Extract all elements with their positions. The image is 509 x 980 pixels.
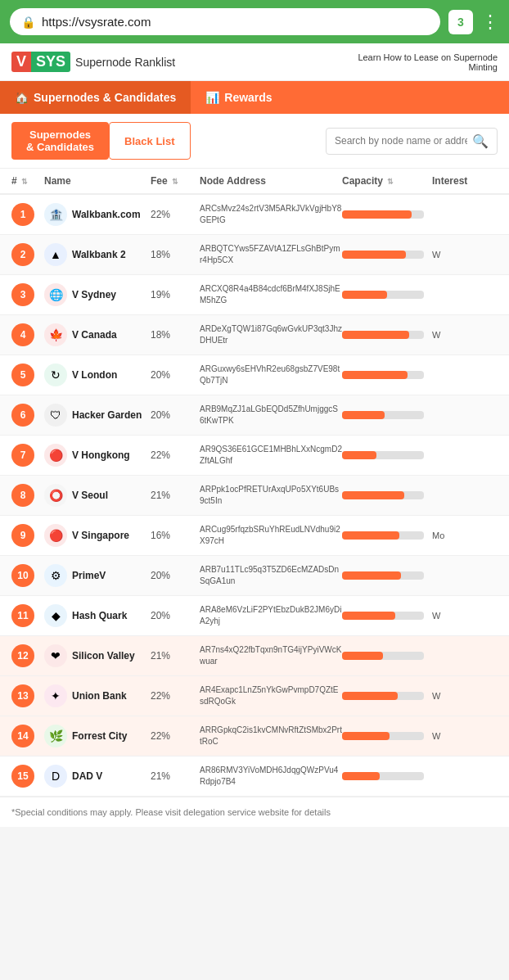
capacity-cell [342, 571, 432, 580]
node-icon: ❤ [44, 644, 67, 667]
capacity-bar-bg [342, 732, 424, 740]
address-cell: ARCug95rfqzbSRuYhREudLNVdhu9i2X97cH [200, 524, 342, 547]
node-icon: D [44, 765, 67, 788]
fee-cell: 18% [151, 249, 200, 260]
capacity-bar-bg [342, 491, 424, 499]
rank-badge: 6 [11, 404, 34, 427]
node-name-cell: ❤ Silicon Valley [44, 644, 151, 667]
capacity-cell [342, 772, 432, 780]
fee-cell: 22% [151, 730, 200, 742]
address-cell: ARRGpkqC2is1kvCMNvRftZtSMbx2PrttRoC [200, 725, 342, 747]
capacity-bar-fill [342, 411, 385, 419]
node-name-cell: 🔴 V Singapore [44, 524, 151, 547]
fee-cell: 20% [151, 369, 200, 381]
row-number: 15 [11, 765, 44, 788]
search-input[interactable] [335, 135, 467, 147]
rank-badge: 3 [11, 283, 34, 306]
table-row: 11 ◆ Hash Quark 20% ARA8eM6VzLiF2PYtEbzD… [0, 596, 509, 636]
node-name-cell: 🏦 Walkbank.com [44, 203, 151, 226]
address-cell: ARPpk1ocPfRETUrAxqUPo5XYt6UBs9ct5In [200, 484, 342, 507]
capacity-cell [342, 210, 432, 219]
sort-icon-capacity[interactable]: ⇅ [387, 178, 394, 186]
capacity-bar-fill [342, 491, 404, 499]
rank-badge: 9 [11, 524, 34, 547]
table-row: 9 🔴 V Singapore 16% ARCug95rfqzbSRuYhREu… [0, 516, 509, 556]
tab-blacklist[interactable]: Black List [109, 122, 190, 160]
node-icon: 🍁 [44, 323, 67, 346]
tab-count-badge[interactable]: 3 [448, 10, 473, 34]
capacity-cell [342, 371, 432, 379]
node-name-cell: ↻ V London [44, 364, 151, 386]
capacity-bar-bg [342, 692, 424, 700]
row-number: 13 [11, 684, 44, 707]
col-address: Node Address [200, 175, 342, 187]
sort-icon-num[interactable]: ⇅ [21, 178, 28, 186]
interest-cell: W [432, 611, 498, 621]
table-header: # ⇅ Name Fee ⇅ Node Address Capacity ⇅ I… [0, 169, 509, 195]
row-number: 9 [11, 524, 44, 547]
tab-supernodes[interactable]: Supernodes & Candidates [11, 122, 109, 160]
nav-supernodes[interactable]: 🏠 Supernodes & Candidates [0, 81, 191, 114]
node-name-cell: ⭕ V Seoul [44, 484, 151, 507]
node-name-label: Union Bank [72, 690, 127, 702]
fee-cell: 22% [151, 690, 200, 702]
address-cell: ARCXQ8R4a4B84cdcf6BrM4fXJ8SjhEM5hZG [200, 283, 342, 306]
capacity-bar-bg [342, 772, 424, 780]
fee-cell: 18% [151, 329, 200, 341]
capacity-bar-fill [342, 331, 409, 339]
node-name-label: Walkbank 2 [72, 249, 126, 260]
node-icon: 🏦 [44, 203, 67, 226]
capacity-bar-bg [342, 451, 424, 459]
capacity-bar-bg [342, 210, 424, 219]
search-icon: 🔍 [472, 133, 489, 149]
row-number: 5 [11, 364, 44, 386]
node-name-label: V Sydney [72, 289, 116, 300]
node-name-label: V Canada [72, 329, 117, 341]
rank-badge: 5 [11, 364, 34, 386]
address-cell: ARCsMvz24s2rtV3M5ARkJVkVgjHbY8GEPtG [200, 203, 342, 226]
nav-bar: 🏠 Supernodes & Candidates 📊 Rewards [0, 81, 509, 114]
row-number: 8 [11, 484, 44, 507]
address-cell: ARA8eM6VzLiF2PYtEbzDukB2JM6yDiA2yhj [200, 604, 342, 627]
table-row: 5 ↻ V London 20% ARGuxwy6sEHVhR2eu68gsbZ… [0, 355, 509, 395]
capacity-bar-fill [342, 732, 390, 740]
logo-sys-icon: SYS [31, 52, 70, 72]
address-cell: ARGuxwy6sEHVhR2eu68gsbZ7VE98tQb7TjN [200, 364, 342, 386]
capacity-bar-bg [342, 571, 424, 580]
node-icon: 🛡 [44, 404, 67, 427]
node-name-label: Hash Quark [72, 610, 127, 621]
fee-cell: 21% [151, 490, 200, 501]
logo-area: V SYS Supernode Ranklist [11, 52, 175, 72]
header-link[interactable]: Learn How to Lease on Supernode Minting [350, 52, 498, 72]
search-box[interactable]: 🔍 [326, 128, 498, 155]
nav-rewards[interactable]: 📊 Rewards [191, 81, 286, 114]
tabs-search-row: Supernodes & Candidates Black List 🔍 [0, 114, 509, 169]
rank-badge: 14 [11, 725, 34, 747]
table-row: 10 ⚙ PrimeV 20% ARB7u11TLc95q3T5ZD6EcMZA… [0, 556, 509, 596]
node-icon: 🔴 [44, 524, 67, 547]
capacity-bar-fill [342, 571, 401, 580]
table-row: 15 D DAD V 21% AR86RMV3YiVoMDH6JdqgQWzPV… [0, 756, 509, 797]
fee-cell: 16% [151, 530, 200, 541]
capacity-bar-fill [342, 210, 412, 219]
address-cell: ARBQTCYws5FZAVtA1ZFLsGhBtPymr4Hp5CX [200, 243, 342, 266]
row-number: 14 [11, 725, 44, 747]
capacity-bar-fill [342, 772, 380, 780]
browser-url-bar[interactable]: 🔒 https://vsysrate.com [10, 8, 440, 35]
browser-menu-button[interactable]: ⋮ [481, 11, 499, 33]
capacity-cell [342, 411, 432, 419]
capacity-bar-fill [342, 652, 383, 660]
row-number: 12 [11, 644, 44, 667]
table-row: 14 🌿 Forrest City 22% ARRGpkqC2is1kvCMNv… [0, 716, 509, 756]
address-cell: AR86RMV3YiVoMDH6JdqgQWzPVu4Rdpjo7B4 [200, 765, 342, 788]
rank-badge: 15 [11, 765, 34, 788]
row-number: 1 [11, 203, 44, 226]
node-icon: ⭕ [44, 484, 67, 507]
row-number: 4 [11, 323, 44, 346]
node-name-label: PrimeV [72, 570, 106, 581]
sort-icon-fee[interactable]: ⇅ [172, 178, 178, 186]
rank-badge: 1 [11, 203, 34, 226]
table-row: 6 🛡 Hacker Garden 20% ARB9MqZJ1aLGbEQDd5… [0, 395, 509, 436]
capacity-cell [342, 251, 432, 259]
interest-cell: W [432, 250, 498, 260]
